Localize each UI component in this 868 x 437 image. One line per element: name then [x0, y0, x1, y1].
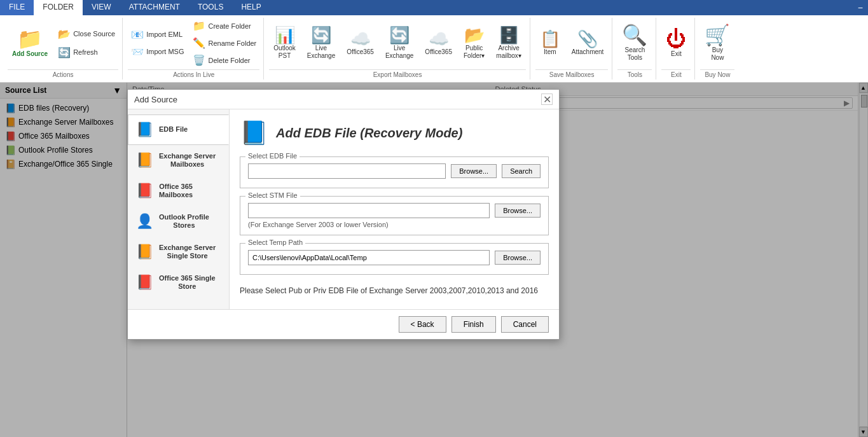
- refresh-button[interactable]: 🔄 Refresh: [55, 45, 118, 60]
- ribbon-group-actions-items: 📁 Add Source 📂 Close Source 🔄 Refresh: [8, 18, 118, 68]
- ribbon-group-export-items: 📊 OutlookPST 🔄 LiveExchange ☁️ Office365…: [269, 18, 526, 68]
- modal-outlook-icon: 👤: [135, 212, 154, 231]
- public-folder-button[interactable]: 📂 PublicFolder▾: [459, 24, 489, 63]
- temp-path-input[interactable]: [248, 250, 490, 265]
- buy-now-label: BuyNow: [711, 46, 724, 62]
- stm-file-group-label: Select STM File: [245, 191, 300, 199]
- item-icon: 📋: [540, 31, 560, 47]
- outlook-pst-icon: 📊: [275, 27, 295, 43]
- export-group-label: Export Mailboxes: [269, 69, 526, 80]
- stm-file-input[interactable]: [248, 203, 490, 218]
- tab-tools[interactable]: TOOLS: [189, 0, 232, 15]
- delete-folder-label: Delete Folder: [208, 57, 250, 64]
- edb-search-button[interactable]: Search: [502, 164, 541, 178]
- main-layout: Source List ▼ 📘 EDB files (Recovery) 📙 E…: [0, 83, 868, 437]
- stm-browse-button[interactable]: Browse...: [495, 204, 541, 218]
- attachment-button[interactable]: 📎 Attachment: [567, 27, 609, 59]
- rename-folder-icon: ✏️: [193, 37, 205, 49]
- search-tools-button[interactable]: 🔍 SearchTools: [617, 22, 652, 65]
- ribbon-group-tools-items: 🔍 SearchTools: [617, 18, 652, 68]
- modal-exsingle-icon: 📙: [135, 242, 154, 261]
- modal-sidebar-exsingle[interactable]: 📙 Exchange ServerSingle Store: [128, 237, 229, 267]
- ribbon-group-tools: 🔍 SearchTools Tools: [614, 18, 656, 80]
- office365-2-icon: ☁️: [429, 31, 449, 47]
- live-exchange-button[interactable]: 🔄 LiveExchange: [303, 24, 340, 63]
- tools-group-label: Tools: [617, 69, 652, 80]
- add-source-button[interactable]: 📁 Add Source: [8, 25, 52, 61]
- tab-view[interactable]: VIEW: [83, 0, 120, 15]
- item-button[interactable]: 📋 Item: [535, 27, 565, 59]
- rename-folder-button[interactable]: ✏️ Rename Folder: [189, 35, 259, 51]
- modal-sidebar-edb[interactable]: 📘 EDB File: [128, 114, 229, 145]
- modal-edb-label: EDB File: [159, 125, 188, 134]
- import-msg-icon: 📨: [131, 46, 144, 58]
- modal-sidebar-exchange[interactable]: 📙 Exchange ServerMailboxes: [128, 145, 229, 176]
- office365-2-button[interactable]: ☁️ Office365: [420, 27, 457, 59]
- modal-header-icon: 📘: [240, 120, 268, 146]
- office365-2-label: Office365: [425, 48, 452, 56]
- ribbon-group-export: 📊 OutlookPST 🔄 LiveExchange ☁️ Office365…: [265, 18, 530, 80]
- live-exchange2-button[interactable]: 🔄 LiveExchange: [381, 24, 418, 63]
- modal-sidebar-outlook[interactable]: 👤 Outlook ProfileStores: [128, 206, 229, 237]
- tab-file[interactable]: FILE: [0, 0, 34, 15]
- edb-browse-button[interactable]: Browse...: [451, 164, 497, 178]
- live-exchange-label: LiveExchange: [307, 45, 335, 60]
- office365-icon: ☁️: [350, 31, 371, 47]
- edb-file-group: Select EDB File Browse... Search: [240, 156, 549, 188]
- outlook-pst-button[interactable]: 📊 OutlookPST: [269, 24, 300, 63]
- item-label: Item: [544, 48, 556, 56]
- import-eml-button[interactable]: 📧 Import EML: [128, 27, 187, 43]
- modal-edb-icon: 📘: [135, 120, 154, 139]
- modal-sidebar: 📘 EDB File 📙 Exchange ServerMailboxes 📕 …: [128, 109, 230, 309]
- exit-button[interactable]: ⏻ Exit: [661, 25, 691, 61]
- back-button[interactable]: < Back: [399, 316, 446, 333]
- tab-attachment[interactable]: ATTACHMENT: [120, 0, 189, 15]
- temp-browse-button[interactable]: Browse...: [495, 251, 541, 265]
- modal-exchange-icon: 📙: [135, 151, 154, 170]
- add-source-label: Add Source: [12, 50, 48, 58]
- add-source-icon: 📁: [17, 29, 43, 49]
- save-group-label: Save Mailboxes: [535, 69, 609, 80]
- close-source-icon: 📂: [58, 28, 71, 40]
- actions-group-label: Actions: [8, 69, 118, 80]
- create-folder-label: Create Folder: [208, 22, 251, 30]
- edb-file-group-label: Select EDB File: [245, 152, 300, 160]
- modal-close-button[interactable]: ✕: [541, 94, 553, 105]
- archive-mailbox-label: Archivemailbox▾: [496, 45, 521, 60]
- create-folder-button[interactable]: 📁 Create Folder: [189, 18, 259, 34]
- ribbon-group-buynow: 🛒 BuyNow Buy Now: [696, 18, 738, 80]
- ribbon-group-save-items: 📋 Item 📎 Attachment: [535, 18, 609, 68]
- search-label: SearchTools: [625, 46, 645, 62]
- exit-group-label: Exit: [661, 69, 691, 80]
- office365-button[interactable]: ☁️ Office365: [342, 27, 378, 59]
- rename-folder-label: Rename Folder: [208, 39, 256, 47]
- finish-button[interactable]: Finish: [451, 316, 496, 333]
- delete-folder-icon: 🗑️: [193, 54, 205, 66]
- modal-titlebar: Add Source ✕: [128, 90, 559, 109]
- public-folder-icon: 📂: [464, 27, 485, 43]
- modal-body: 📘 EDB File 📙 Exchange ServerMailboxes 📕 …: [128, 109, 559, 309]
- modal-exchange-label: Exchange ServerMailboxes: [159, 152, 216, 169]
- edb-file-row: Browse... Search: [248, 163, 541, 179]
- modal-o365-label: Office 365Mailboxes: [159, 183, 193, 199]
- modal-sidebar-o365single[interactable]: 📕 Office 365 SingleStore: [128, 267, 229, 298]
- buy-now-button[interactable]: 🛒 BuyNow: [700, 22, 734, 65]
- cancel-button[interactable]: Cancel: [501, 316, 549, 333]
- modal-title: Add Source: [134, 95, 177, 104]
- ribbon-group-actions-live: 📧 Import EML 📨 Import MSG 📁 Create Folde…: [124, 18, 264, 80]
- delete-folder-button[interactable]: 🗑️ Delete Folder: [189, 52, 259, 68]
- tab-folder[interactable]: FOLDER: [34, 0, 83, 15]
- edb-file-input[interactable]: [248, 163, 446, 179]
- close-source-button[interactable]: 📂 Close Source: [55, 26, 118, 42]
- ribbon-tabs: FILE FOLDER VIEW ATTACHMENT TOOLS HELP −: [0, 0, 868, 15]
- minimize-btn[interactable]: −: [853, 0, 868, 15]
- modal-info-text: Please Select Pub or Priv EDB File of Ex…: [240, 282, 549, 299]
- import-msg-label: Import MSG: [146, 48, 184, 55]
- ribbon-body: 📁 Add Source 📂 Close Source 🔄 Refresh Ac…: [0, 15, 868, 82]
- tab-help[interactable]: HELP: [232, 0, 270, 15]
- create-folder-icon: 📁: [193, 20, 205, 32]
- ribbon-group-live-items: 📧 Import EML 📨 Import MSG 📁 Create Folde…: [128, 18, 259, 68]
- import-msg-button[interactable]: 📨 Import MSG: [128, 44, 187, 60]
- archive-mailbox-button[interactable]: 🗄️ Archivemailbox▾: [492, 24, 525, 63]
- modal-sidebar-o365[interactable]: 📕 Office 365Mailboxes: [128, 176, 229, 206]
